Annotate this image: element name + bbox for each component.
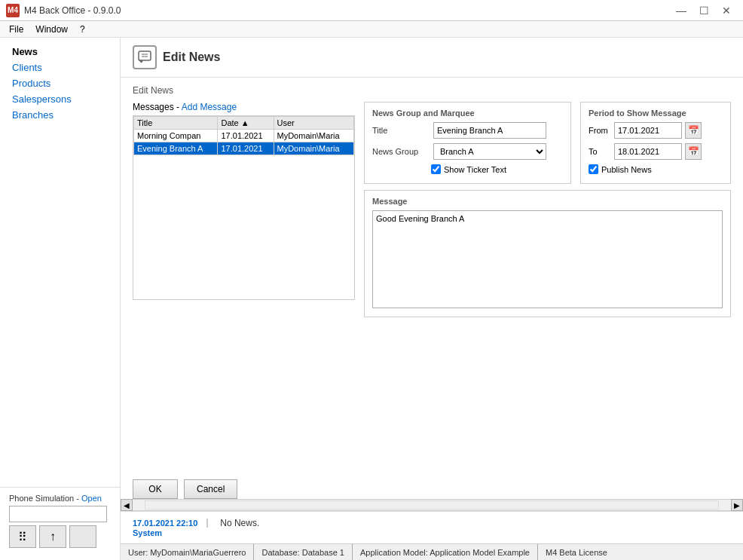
minimize-button[interactable]: —: [671, 3, 692, 18]
show-ticker-checkbox[interactable]: [431, 164, 441, 174]
edit-news-subtitle: Edit News: [133, 85, 731, 96]
status-bar: User: MyDomain\MariaGuerrero Database: D…: [121, 543, 743, 560]
status-license: M4 Beta License: [538, 544, 615, 560]
menu-help[interactable]: ?: [74, 23, 91, 36]
ticker-timestamp: 17.01.2021 22:10: [133, 519, 208, 528]
menu-bar: File Window ?: [0, 21, 743, 38]
right-panels: News Group and Marquee Title News Group …: [364, 102, 731, 317]
sidebar-item-clients[interactable]: Clients: [0, 60, 120, 75]
news-group-label: News Group: [372, 147, 429, 156]
phone-call-button[interactable]: ↑: [39, 525, 66, 548]
form-buttons: OK Cancel: [121, 479, 743, 499]
close-button[interactable]: ✕: [716, 3, 737, 18]
from-calendar-button[interactable]: 📅: [685, 122, 702, 139]
message-section-title: Message: [372, 197, 723, 206]
messages-header: Messages - Add Message: [133, 102, 355, 112]
ticker-text: No News.: [220, 518, 259, 537]
news-ticker: 17.01.2021 22:10 System No News.: [121, 511, 743, 543]
from-label: From: [589, 126, 611, 135]
menu-file[interactable]: File: [3, 23, 29, 36]
status-database: Database: Database 1: [254, 544, 352, 560]
sidebar-item-products[interactable]: Products: [0, 75, 120, 91]
edit-news-body: Edit News Messages - Add Message Title D…: [121, 78, 743, 470]
cell-user: MyDomain\Maria: [274, 130, 354, 142]
to-date-input[interactable]: [614, 143, 682, 160]
cell-title: Morning Compan: [134, 130, 218, 142]
publish-row: Publish News: [589, 164, 723, 174]
edit-news-title: Edit News: [163, 50, 220, 64]
title-row: Title: [372, 122, 563, 139]
sidebar-item-salespersons[interactable]: Salespersons: [0, 91, 120, 107]
phone-input[interactable]: [9, 506, 107, 522]
to-calendar-button[interactable]: 📅: [685, 143, 702, 160]
to-label: To: [589, 147, 611, 156]
col-title: Title: [134, 117, 218, 130]
col-user: User: [274, 117, 354, 130]
table-row[interactable]: Evening Branch A 17.01.2021 MyDomain\Mar…: [134, 142, 354, 155]
status-app-model: Application Model: Application Model Exa…: [353, 544, 538, 560]
app-logo: M4: [6, 4, 20, 17]
svg-rect-0: [139, 51, 151, 60]
content-area: Edit News Edit News Messages - Add Messa…: [121, 38, 743, 560]
add-message-link[interactable]: Add Message: [182, 102, 237, 112]
message-section: Message Good Evening Branch A: [364, 190, 731, 317]
status-user: User: MyDomain\MariaGuerrero: [121, 544, 254, 560]
cancel-button[interactable]: Cancel: [184, 479, 237, 499]
sidebar: News Clients Products Salespersons Branc…: [0, 38, 121, 560]
ticker-info: 17.01.2021 22:10 System: [133, 518, 208, 537]
news-group-section: News Group and Marquee Title News Group …: [364, 102, 571, 184]
title-bar: M4 M4 Back Office - 0.9.0.0 — ☐ ✕: [0, 0, 743, 21]
scrollbar-track[interactable]: [145, 500, 719, 510]
cell-title: Evening Branch A: [134, 142, 218, 155]
table-row[interactable]: Morning Compan 17.01.2021 MyDomain\Maria: [134, 130, 354, 142]
news-group-select[interactable]: Branch A Branch B: [433, 143, 546, 160]
sidebar-item-news[interactable]: News: [0, 44, 120, 60]
messages-panel: Messages - Add Message Title Date ▲ User: [133, 102, 355, 317]
phone-extra-button[interactable]: [69, 525, 96, 548]
cell-user: MyDomain\Maria: [274, 142, 354, 155]
news-group-title: News Group and Marquee: [372, 109, 563, 118]
show-ticker-label[interactable]: Show Ticker Text: [444, 165, 506, 174]
period-title: Period to Show Message: [589, 109, 723, 118]
phone-simulation: Phone Simulation - Open ⠿ ↑: [0, 487, 120, 554]
sidebar-item-branches[interactable]: Branches: [0, 107, 120, 123]
phone-sim-title: Phone Simulation - Open: [9, 494, 111, 503]
publish-news-checkbox[interactable]: [589, 164, 598, 174]
edit-news-header: Edit News: [121, 38, 743, 78]
phone-keypad-button[interactable]: ⠿: [9, 525, 36, 548]
app-title: M4 Back Office - 0.9.0.0: [24, 5, 121, 16]
ticker-source: System: [133, 528, 208, 537]
message-textarea[interactable]: Good Evening Branch A: [372, 210, 723, 308]
publish-news-label[interactable]: Publish News: [601, 165, 652, 174]
to-row: To 📅: [589, 143, 723, 160]
col-date: Date ▲: [218, 117, 274, 130]
edit-news-icon: [133, 45, 157, 69]
cell-date: 17.01.2021: [218, 130, 274, 142]
scroll-right-arrow[interactable]: ▶: [731, 499, 743, 511]
menu-window[interactable]: Window: [29, 23, 74, 36]
ok-button[interactable]: OK: [133, 479, 178, 499]
scroll-left-arrow[interactable]: ◀: [121, 499, 133, 511]
from-date-input[interactable]: [614, 122, 682, 139]
period-section: Period to Show Message From 📅 To 📅: [580, 102, 731, 184]
title-label: Title: [372, 126, 429, 135]
show-ticker-row: Show Ticker Text: [431, 164, 563, 174]
horizontal-scrollbar[interactable]: ◀ ▶: [121, 499, 743, 511]
title-input[interactable]: [433, 122, 546, 139]
news-group-row: News Group Branch A Branch B: [372, 143, 563, 160]
cell-date: 17.01.2021: [218, 142, 274, 155]
maximize-button[interactable]: ☐: [693, 3, 714, 18]
messages-table: Title Date ▲ User Morning Compan 17.01.2…: [133, 116, 354, 155]
from-row: From 📅: [589, 122, 723, 139]
phone-sim-open-link[interactable]: Open: [81, 494, 102, 503]
messages-table-container[interactable]: Title Date ▲ User Morning Compan 17.01.2…: [133, 115, 355, 300]
